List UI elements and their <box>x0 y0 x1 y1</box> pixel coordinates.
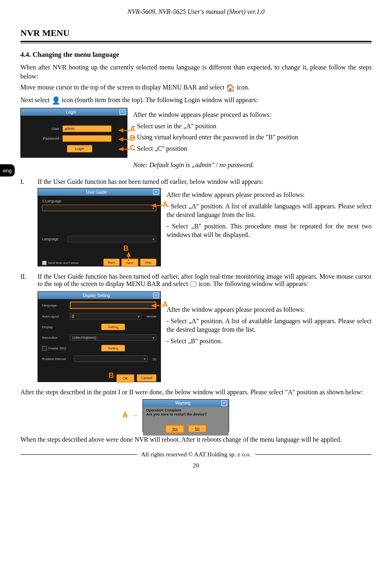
ok-button[interactable]: OK <box>116 374 134 382</box>
yes-label: Yes <box>172 427 178 431</box>
guide-back-button[interactable]: Back <box>103 259 120 266</box>
move-cursor-post: icon. <box>236 84 249 91</box>
footer-rule-right <box>255 454 372 455</box>
arrow-a-icon <box>151 203 156 208</box>
enable-seq-checkbox[interactable]: Enable SEQ <box>42 346 67 351</box>
guide-lang-dropdown[interactable]: ▾ <box>42 205 156 211</box>
dropdown-icon: ▾ <box>144 357 146 361</box>
enable-seq-label: Enable SEQ <box>48 346 66 350</box>
next-select-line: Next select 👤 icon (fourth item from the… <box>20 96 372 105</box>
yes-button[interactable]: Yes <box>165 425 184 433</box>
guide-screenshot: User Guide × 1.Language ▾ Language ▾ Nex… <box>38 188 161 266</box>
rotation-label: Rotation Interval <box>42 357 71 361</box>
display-label: Display <box>42 325 67 329</box>
arrow-c-icon <box>118 147 123 151</box>
password-field[interactable] <box>62 135 111 142</box>
autologout-label: AutoLogout <box>42 315 67 318</box>
dropdown-icon: ▾ <box>152 335 154 340</box>
no-label: No <box>195 427 200 431</box>
resolution-label: Resolution <box>42 336 67 340</box>
roman-i: I. <box>20 178 30 186</box>
doc-header: NVR-5609, NVR-5625 User's manual (Short)… <box>20 8 372 16</box>
login-step-3: - Select „C" position <box>133 144 372 153</box>
display-setting-button[interactable]: Setting <box>101 324 125 330</box>
cancel-button[interactable]: Cancel <box>137 374 156 382</box>
login-title: Login <box>22 110 120 114</box>
home-icon: 🏠 <box>226 83 235 93</box>
close-icon[interactable]: × <box>153 189 159 195</box>
autologout-unit: Minute <box>147 315 156 318</box>
seq-setting-button[interactable]: Setting <box>101 345 125 351</box>
disp-step-1: - Select „A" position. A list of availab… <box>167 317 372 334</box>
login-step-1: - Select user in the „A" position <box>133 122 372 131</box>
lang-label: Language <box>42 304 67 307</box>
display-screenshot: Display Setting × Language ▾ AutoLogout … <box>38 291 161 382</box>
guide-step-2: - Select „B" position. This procedure mu… <box>167 222 372 239</box>
warning-title: Warning <box>145 401 221 405</box>
rotation-field[interactable]: ▾ <box>74 355 148 362</box>
intro-text: When after NVR booting up the currently … <box>20 63 372 80</box>
autologout-value: 0 <box>72 314 74 319</box>
closing-text: When the steps described above were done… <box>20 435 372 444</box>
dropdown-icon: ▾ <box>138 314 140 319</box>
callout-c: C <box>130 144 135 152</box>
autologout-field[interactable]: 0▾ <box>70 313 142 320</box>
resolution-field[interactable]: 1280x720[60HZ]▾ <box>70 334 156 341</box>
close-icon[interactable]: × <box>221 400 227 406</box>
guide-lead: After the window appears please proceed … <box>167 190 372 199</box>
guide-lang-label: Language <box>42 237 64 241</box>
guide-step-1: - Select „A" position. A list of availab… <box>167 202 372 219</box>
user-field[interactable]: admin <box>62 125 111 132</box>
guide-checkbox[interactable]: Next time don't show <box>42 261 78 265</box>
guide-top-label: 1.Language <box>42 199 156 203</box>
close-icon[interactable]: × <box>153 293 159 298</box>
page-number: 20 <box>20 462 372 469</box>
guide-lang-field-2[interactable]: ▾ <box>67 236 156 242</box>
next-select-post: icon (fourth item from the top). The fol… <box>62 96 258 103</box>
login-lead: After the window appears please proceed … <box>133 110 372 119</box>
user-label: User <box>36 127 59 131</box>
roman-ii: II. <box>20 273 30 289</box>
password-label: Password <box>36 136 59 141</box>
arrow-a-icon <box>151 304 156 308</box>
callout-a: A <box>163 200 168 209</box>
guide-next-button[interactable]: Next <box>121 259 138 267</box>
login-step-2: - Using virtual keyboard enter the passw… <box>133 133 372 142</box>
footer-rule-left <box>20 454 137 455</box>
disp-step-2: - Select „B" position. <box>167 337 372 346</box>
login-note: Note: Default login is „admin" / no pass… <box>133 161 372 170</box>
lang-dropdown[interactable]: ▾ <box>70 302 156 309</box>
warning-line2: Are you sure to restart the device? <box>146 413 225 417</box>
arrow-a-icon <box>118 128 123 132</box>
callout-b: B <box>130 134 135 143</box>
dropdown-icon: ▾ <box>152 237 154 241</box>
arrow-b-icon <box>118 137 123 141</box>
rotation-unit: (s) <box>153 357 156 361</box>
resolution-value: 1280x720[60HZ] <box>72 336 96 340</box>
section-ii-post: icon. The following window will appears: <box>198 280 308 287</box>
language-tab: eng <box>0 164 15 177</box>
section-ii-text: If the User Guide function has been turn… <box>38 273 372 289</box>
close-icon[interactable]: × <box>120 109 125 115</box>
footer-text: All rights reserved © AAT Holding sp. z … <box>141 451 251 458</box>
no-button[interactable]: No <box>188 425 206 432</box>
user-value: admin <box>65 127 75 131</box>
login-screenshot: Login × User admin Password Login A B <box>20 108 127 158</box>
callout-a: A <box>163 300 168 309</box>
guide-checkbox-label: Next time don't show <box>48 261 78 265</box>
callout-a: A <box>130 125 135 134</box>
section-title: 4.4. Changing the menu language <box>20 51 372 59</box>
guide-title: User Guide <box>40 190 153 194</box>
warning-screenshot: Warning × Operation Complete Are you sur… <box>143 399 229 432</box>
monitor-icon: 🖵 <box>189 280 197 289</box>
checkbox-icon <box>42 346 47 351</box>
move-cursor-line: Move mouse cursor to the top of the scre… <box>20 83 372 93</box>
callout-a: A <box>122 411 128 420</box>
arrow-right-icon: → <box>132 412 138 419</box>
after-steps-text: After the steps described in the point I… <box>20 388 372 397</box>
next-select-pre: Next select <box>20 96 51 103</box>
disp-lead: After the window appears please proceed … <box>167 305 372 314</box>
guide-skip-button[interactable]: Skip <box>140 259 156 266</box>
login-button[interactable]: Login <box>67 145 92 152</box>
display-title: Display Setting <box>40 293 153 298</box>
